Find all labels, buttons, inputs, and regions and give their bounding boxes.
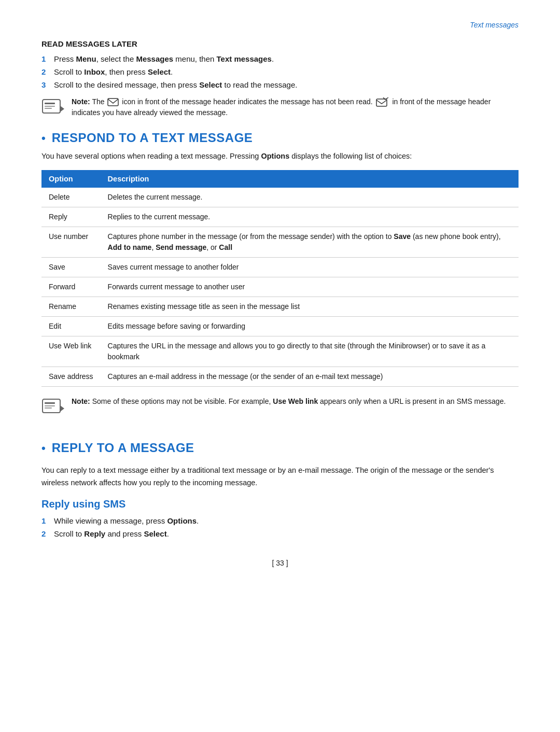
desc-save-address: Captures an e-mail address in the messag… [101, 367, 519, 387]
reply-bullet: • [41, 442, 46, 455]
option-save-address: Save address [41, 367, 101, 387]
table-row: Rename Renames existing message title as… [41, 297, 519, 317]
respond-heading: RESPOND TO A TEXT MESSAGE [52, 131, 253, 145]
table-row: Reply Replies to the current message. [41, 207, 519, 227]
read-messages-later-section: READ MESSAGES LATER 1 Press Menu, select… [41, 39, 519, 118]
svg-rect-1 [45, 103, 55, 104]
respond-section: • RESPOND TO A TEXT MESSAGE You have sev… [41, 131, 519, 418]
read-messages-note-text: Note: The icon in front of the message h… [72, 96, 519, 118]
read-messages-later-steps: 1 Press Menu, select the Messages menu, … [41, 54, 519, 89]
respond-heading-container: • RESPOND TO A TEXT MESSAGE [41, 131, 519, 145]
envelope-icon [107, 98, 119, 106]
table-row: Forward Forwards current message to anot… [41, 277, 519, 297]
read-envelope-icon [376, 97, 389, 107]
respond-note-box: Note: Some of these options may not be v… [41, 396, 519, 418]
table-row: Use Web link Captures the URL in the mes… [41, 336, 519, 367]
step-2: 2 Scroll to Inbox, then press Select. [41, 67, 519, 76]
table-row: Use number Captures phone number in the … [41, 227, 519, 258]
svg-rect-8 [45, 402, 55, 404]
desc-use-web-link: Captures the URL in the message and allo… [101, 336, 519, 367]
category-header: Text messages [41, 21, 519, 29]
step-3-text: Scroll to the desired message, then pres… [54, 80, 297, 89]
note-icon-2 [41, 397, 64, 418]
table-row: Edit Edits message before saving or forw… [41, 317, 519, 336]
respond-note-text: Note: Some of these options may not be v… [72, 396, 506, 407]
reply-sms-steps: 1 While viewing a message, press Options… [41, 516, 519, 538]
desc-save: Saves current message to another folder [101, 258, 519, 277]
svg-marker-11 [60, 405, 64, 412]
svg-marker-4 [60, 106, 64, 112]
option-rename: Rename [41, 297, 101, 317]
respond-bullet: • [41, 132, 46, 145]
reply-section: • REPLY TO A MESSAGE You can reply to a … [41, 430, 519, 538]
desc-delete: Deletes the current message. [101, 188, 519, 207]
svg-rect-3 [45, 108, 52, 109]
col-description-header: Description [101, 170, 519, 188]
reply-step-1-number: 1 [41, 516, 50, 525]
read-messages-later-heading: READ MESSAGES LATER [41, 39, 519, 48]
step-1: 1 Press Menu, select the Messages menu, … [41, 54, 519, 63]
reply-intro: You can reply to a text message either b… [41, 464, 519, 488]
option-save: Save [41, 258, 101, 277]
table-row: Save Saves current message to another fo… [41, 258, 519, 277]
svg-rect-5 [108, 98, 118, 106]
reply-step-2-number: 2 [41, 529, 50, 538]
option-use-web-link: Use Web link [41, 336, 101, 367]
option-use-number: Use number [41, 227, 101, 258]
option-delete: Delete [41, 188, 101, 207]
page-number: [ 33 ] [41, 559, 519, 567]
option-forward: Forward [41, 277, 101, 297]
reply-heading-container: • REPLY TO A MESSAGE [41, 430, 519, 459]
options-table: Option Description Delete Deletes the cu… [41, 170, 519, 387]
svg-rect-10 [45, 407, 52, 409]
desc-edit: Edits message before saving or forwardin… [101, 317, 519, 336]
read-messages-note-box: Note: The icon in front of the message h… [41, 96, 519, 118]
svg-rect-9 [45, 405, 55, 406]
svg-rect-2 [45, 106, 55, 107]
options-table-body: Delete Deletes the current message. Repl… [41, 188, 519, 387]
col-option-header: Option [41, 170, 101, 188]
respond-intro: You have several options when reading a … [41, 150, 519, 162]
table-row: Delete Deletes the current message. [41, 188, 519, 207]
table-header-row: Option Description [41, 170, 519, 188]
reply-step-2: 2 Scroll to Reply and press Select. [41, 529, 519, 538]
reply-sms-heading: Reply using SMS [41, 498, 519, 510]
reply-step-1: 1 While viewing a message, press Options… [41, 516, 519, 525]
reply-step-1-text: While viewing a message, press Options. [54, 516, 199, 525]
step-1-text: Press Menu, select the Messages menu, th… [54, 54, 274, 63]
option-reply: Reply [41, 207, 101, 227]
reply-heading: REPLY TO A MESSAGE [52, 441, 194, 455]
desc-use-number: Captures phone number in the message (or… [101, 227, 519, 258]
step-1-number: 1 [41, 54, 50, 63]
option-edit: Edit [41, 317, 101, 336]
desc-forward: Forwards current message to another user [101, 277, 519, 297]
table-row: Save address Captures an e-mail address … [41, 367, 519, 387]
svg-rect-6 [376, 99, 387, 106]
step-2-text: Scroll to Inbox, then press Select. [54, 67, 173, 76]
step-3-number: 3 [41, 80, 50, 89]
reply-step-2-text: Scroll to Reply and press Select. [54, 529, 169, 538]
note-icon [41, 97, 64, 118]
step-3: 3 Scroll to the desired message, then pr… [41, 80, 519, 89]
step-2-number: 2 [41, 67, 50, 76]
desc-reply: Replies to the current message. [101, 207, 519, 227]
desc-rename: Renames existing message title as seen i… [101, 297, 519, 317]
